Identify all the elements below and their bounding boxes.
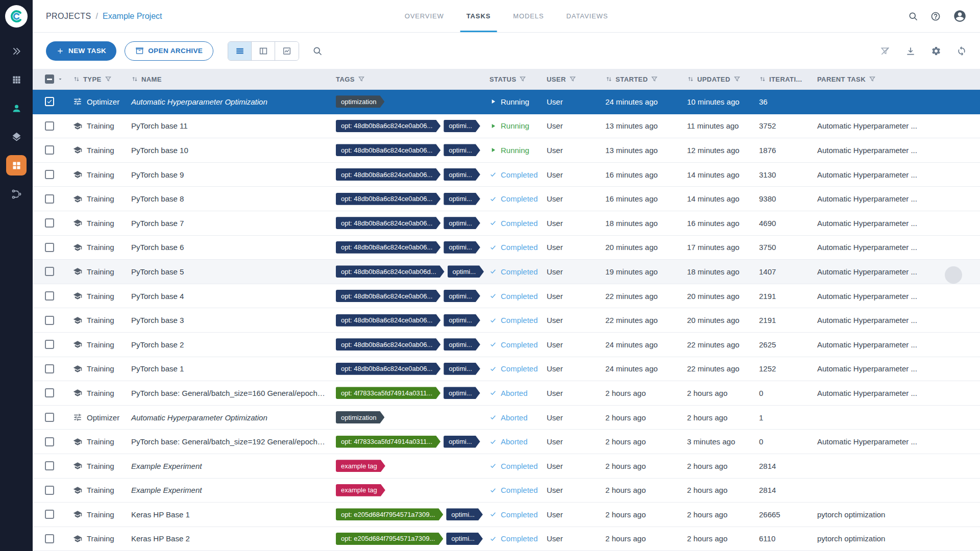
- column-header-status[interactable]: STATUS: [485, 76, 544, 83]
- tag[interactable]: optimi...: [444, 314, 480, 327]
- task-name[interactable]: PyTorch base 6: [128, 243, 334, 252]
- row-checkbox[interactable]: [45, 243, 54, 252]
- task-parent[interactable]: Automatic Hyperparameter ...: [814, 389, 980, 397]
- tag[interactable]: opt: 48db0b8a6c824ce0ab06...: [336, 120, 440, 132]
- row-checkbox[interactable]: [45, 510, 54, 519]
- chart-view-toggle[interactable]: [275, 42, 299, 60]
- tag[interactable]: optimization: [336, 411, 384, 423]
- funnel-icon[interactable]: [569, 76, 576, 83]
- sort-icon[interactable]: [131, 76, 138, 83]
- tag[interactable]: opt: e205d684f7954571a7309...: [336, 508, 443, 520]
- table-search-button[interactable]: [312, 46, 323, 56]
- row-checkbox[interactable]: [45, 218, 54, 228]
- settings-button[interactable]: [931, 46, 941, 56]
- sort-icon[interactable]: [687, 76, 694, 83]
- tag[interactable]: opt: 4f7833ca5fd74914a0311...: [336, 436, 440, 448]
- task-name[interactable]: PyTorch base 3: [128, 316, 334, 324]
- tag[interactable]: optimi...: [444, 241, 480, 254]
- row-checkbox[interactable]: [45, 267, 54, 276]
- task-row[interactable]: TrainingKeras HP Base 1opt: e205d684f795…: [33, 503, 980, 527]
- task-parent[interactable]: Automatic Hyperparameter ...: [814, 437, 980, 446]
- row-checkbox[interactable]: [45, 486, 54, 495]
- tag[interactable]: optimi...: [446, 533, 483, 545]
- tag[interactable]: opt: 4f7833ca5fd74914a0311...: [336, 387, 440, 399]
- row-checkbox[interactable]: [45, 388, 54, 397]
- row-checkbox[interactable]: [45, 340, 54, 349]
- sidebar-item-projects[interactable]: [6, 155, 27, 176]
- clearml-logo[interactable]: [5, 5, 28, 28]
- download-button[interactable]: [905, 46, 916, 56]
- open-archive-button[interactable]: OPEN ARCHIVE: [125, 41, 213, 61]
- row-checkbox[interactable]: [45, 534, 54, 543]
- search-button[interactable]: [908, 11, 918, 21]
- funnel-icon[interactable]: [519, 76, 526, 83]
- breadcrumb-current-project[interactable]: Example Project: [103, 12, 162, 21]
- task-row[interactable]: TrainingPyTorch base 1opt: 48db0b8a6c824…: [33, 357, 980, 382]
- tag[interactable]: opt: 48db0b8a6c824ce0ab06...: [336, 217, 440, 229]
- task-row[interactable]: TrainingPyTorch base 11opt: 48db0b8a6c82…: [33, 114, 980, 139]
- task-row[interactable]: TrainingPyTorch base 9opt: 48db0b8a6c824…: [33, 163, 980, 187]
- tag[interactable]: opt: 48db0b8a6c824ce0ab06...: [336, 338, 440, 350]
- tag[interactable]: optimi...: [444, 120, 480, 132]
- scroll-indicator-button[interactable]: [945, 266, 962, 284]
- task-name[interactable]: PyTorch base 11: [128, 121, 334, 130]
- row-checkbox[interactable]: [45, 461, 54, 470]
- profile-button[interactable]: [953, 9, 967, 23]
- column-header-updated[interactable]: UPDATED: [684, 76, 755, 83]
- breadcrumb-projects[interactable]: PROJECTS: [46, 12, 91, 21]
- sidebar-item-datasets[interactable]: [6, 69, 27, 90]
- task-row[interactable]: TrainingPyTorch base 5opt: 48db0b8a6c824…: [33, 260, 980, 284]
- task-row[interactable]: TrainingExample Experimentexample tagCom…: [33, 479, 980, 503]
- tag[interactable]: opt: 48db0b8a6c824ce0ab06...: [336, 314, 440, 327]
- row-checkbox[interactable]: [45, 291, 54, 300]
- task-parent[interactable]: pytorch optimization: [814, 534, 980, 543]
- tag[interactable]: opt: 48db0b8a6c824ce0ab06d...: [336, 265, 445, 278]
- tag[interactable]: opt: 48db0b8a6c824ce0ab06...: [336, 193, 440, 205]
- task-parent[interactable]: pytorch optimization: [814, 510, 980, 519]
- column-header-parent[interactable]: PARENT TASK: [814, 76, 980, 83]
- task-row[interactable]: TrainingExample Experimentexample tagCom…: [33, 454, 980, 479]
- caret-down-icon[interactable]: [57, 75, 63, 83]
- task-name[interactable]: PyTorch base: General/batch_size=192 Gen…: [128, 437, 334, 446]
- row-checkbox[interactable]: [45, 121, 54, 131]
- select-all-checkbox[interactable]: [45, 74, 54, 84]
- task-parent[interactable]: Automatic Hyperparameter ...: [814, 292, 980, 300]
- task-name[interactable]: Automatic Hyperparameter Optimization: [128, 97, 334, 106]
- table-view-toggle[interactable]: [228, 42, 252, 60]
- column-header-tags[interactable]: TAGS: [334, 76, 485, 83]
- split-view-toggle[interactable]: [252, 42, 275, 60]
- task-row[interactable]: TrainingPyTorch base 8opt: 48db0b8a6c824…: [33, 187, 980, 211]
- task-name[interactable]: PyTorch base 8: [128, 194, 334, 203]
- task-parent[interactable]: Automatic Hyperparameter ...: [814, 194, 980, 203]
- task-parent[interactable]: Automatic Hyperparameter ...: [814, 364, 980, 373]
- task-name[interactable]: PyTorch base 2: [128, 340, 334, 349]
- tag[interactable]: opt: 48db0b8a6c824ce0ab06...: [336, 144, 440, 156]
- tag[interactable]: optimi...: [444, 193, 480, 205]
- task-name[interactable]: Keras HP Base 2: [128, 534, 334, 543]
- task-parent[interactable]: Automatic Hyperparameter ...: [814, 219, 980, 228]
- sidebar-item-expand[interactable]: [6, 41, 27, 61]
- task-row[interactable]: TrainingPyTorch base 10opt: 48db0b8a6c82…: [33, 138, 980, 163]
- tag[interactable]: optimi...: [444, 217, 480, 229]
- tag[interactable]: optimi...: [444, 363, 480, 375]
- task-name[interactable]: PyTorch base 10: [128, 146, 334, 155]
- sort-icon[interactable]: [759, 76, 766, 83]
- task-row[interactable]: TrainingPyTorch base 7opt: 48db0b8a6c824…: [33, 211, 980, 236]
- sidebar-item-workers[interactable]: [6, 98, 27, 118]
- sort-icon[interactable]: [73, 76, 80, 83]
- tag[interactable]: opt: 48db0b8a6c824ce0ab06...: [336, 168, 440, 181]
- task-parent[interactable]: Automatic Hyperparameter ...: [814, 121, 980, 130]
- clear-filters-button[interactable]: [880, 46, 890, 56]
- task-row[interactable]: TrainingPyTorch base: General/batch_size…: [33, 430, 980, 454]
- task-row[interactable]: OptimizerAutomatic Hyperparameter Optimi…: [33, 406, 980, 430]
- row-checkbox[interactable]: [45, 437, 54, 446]
- tag[interactable]: optimization: [336, 95, 384, 108]
- tag[interactable]: example tag: [336, 484, 385, 496]
- task-row[interactable]: OptimizerAutomatic Hyperparameter Optimi…: [33, 90, 980, 114]
- task-name[interactable]: Example Experiment: [128, 462, 334, 470]
- tab-dataviews[interactable]: DATAVIEWS: [555, 0, 620, 32]
- task-parent[interactable]: Automatic Hyperparameter ...: [814, 170, 980, 179]
- column-header-started[interactable]: STARTED: [602, 76, 684, 83]
- row-checkbox[interactable]: [45, 364, 54, 373]
- column-header-select[interactable]: [33, 74, 63, 84]
